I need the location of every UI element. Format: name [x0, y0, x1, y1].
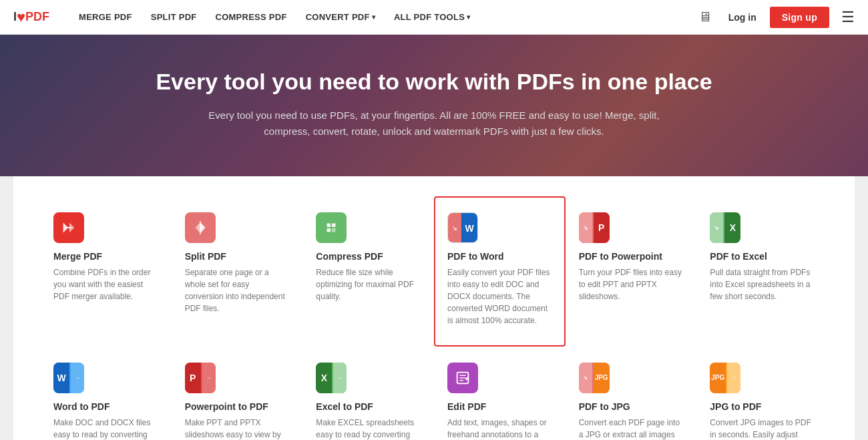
hamburger-icon[interactable]: ☰ [841, 9, 855, 26]
login-button[interactable]: Log in [722, 8, 763, 27]
tool-desc-merge-pdf: Combine PDFs in the order you want with … [53, 266, 158, 302]
hero-description: Every tool you need to use PDFs, at your… [200, 107, 668, 140]
tool-name-pdf-to-excel: PDF to Excel [710, 251, 815, 262]
logo[interactable]: I ♥ PDF [13, 9, 49, 26]
svg-marker-3 [200, 222, 205, 233]
svg-rect-8 [327, 228, 331, 232]
svg-marker-4 [195, 222, 200, 233]
tool-desc-pdf-to-powerpoint: Turn your PDF files into easy to edit PP… [579, 266, 684, 302]
hero-title: Every tool you need to work with PDFs in… [13, 68, 855, 95]
tool-jpg-to-pdf[interactable]: JPG → JPG to PDF Convert JPG images to P… [696, 347, 828, 440]
tool-name-pdf-to-powerpoint: PDF to Powerpoint [579, 251, 684, 262]
tool-name-powerpoint-to-pdf: Powerpoint to PDF [185, 401, 290, 412]
svg-rect-2 [67, 227, 71, 228]
nav-right: 🖥 Log in Sign up ☰ [698, 7, 855, 28]
nav-merge-pdf[interactable]: MERGE PDF [69, 0, 142, 35]
tool-name-compress-pdf: Compress PDF [316, 251, 421, 262]
tool-name-split-pdf: Split PDF [185, 251, 290, 262]
svg-rect-7 [332, 223, 336, 227]
nav-split-pdf[interactable]: SPLIT PDF [142, 0, 206, 35]
tool-pdf-to-jpg[interactable]: ↘ JPG PDF to JPG Convert each PDF page i… [566, 347, 697, 440]
tool-name-word-to-pdf: Word to PDF [53, 401, 158, 412]
monitor-icon: 🖥 [698, 9, 712, 25]
all-tools-arrow: ▾ [467, 13, 470, 21]
convert-pdf-arrow: ▾ [372, 13, 375, 21]
tool-icon-powerpoint-to-pdf: P → [185, 363, 216, 393]
logo-heart: ♥ [17, 9, 25, 26]
tool-name-pdf-to-jpg: PDF to JPG [579, 401, 684, 412]
tool-icon-merge-pdf [53, 212, 84, 243]
tools-grid: Merge PDF Combine PDFs in the order you … [40, 196, 828, 440]
tool-icon-edit-pdf [447, 363, 478, 393]
tool-icon-pdf-to-word: ↘ W [447, 212, 478, 243]
tool-desc-edit-pdf: Add text, images, shapes or freehand ann… [447, 417, 552, 440]
tool-desc-jpg-to-pdf: Convert JPG images to PDF in seconds. Ea… [710, 417, 815, 440]
tool-powerpoint-to-pdf[interactable]: P → Powerpoint to PDF Make PPT and PPTX … [172, 347, 303, 440]
tool-desc-pdf-to-jpg: Convert each PDF page into a JPG or extr… [579, 417, 684, 440]
tool-icon-jpg-to-pdf: JPG → [710, 363, 740, 393]
svg-rect-9 [332, 228, 336, 232]
tool-edit-pdf[interactable]: Edit PDF Add text, images, shapes or fre… [434, 347, 566, 440]
svg-marker-0 [63, 222, 68, 232]
tool-desc-compress-pdf: Reduce file size while optimizing for ma… [316, 266, 421, 302]
tool-merge-pdf[interactable]: Merge PDF Combine PDFs in the order you … [40, 196, 172, 347]
tool-desc-split-pdf: Separate one page or a whole set for eas… [185, 266, 290, 314]
tool-pdf-to-word[interactable]: ↘ W PDF to Word Easily convert your PDF … [434, 196, 566, 347]
tool-word-to-pdf[interactable]: W → Word to PDF Make DOC and DOCX files … [40, 347, 172, 440]
nav-convert-pdf[interactable]: CONVERT PDF ▾ [296, 0, 385, 35]
tool-icon-word-to-pdf: W → [53, 363, 84, 393]
tool-name-pdf-to-word: PDF to Word [447, 251, 552, 262]
tool-icon-compress-pdf [316, 212, 347, 243]
tool-desc-excel-to-pdf: Make EXCEL spreadsheets easy to read by … [316, 417, 421, 440]
tool-name-jpg-to-pdf: JPG to PDF [710, 401, 815, 412]
tool-pdf-to-powerpoint[interactable]: ↘ P PDF to Powerpoint Turn your PDF file… [566, 196, 697, 347]
tool-desc-word-to-pdf: Make DOC and DOCX files easy to read by … [53, 417, 158, 440]
tool-icon-excel-to-pdf: X → [316, 363, 347, 393]
nav-links: MERGE PDF SPLIT PDF COMPRESS PDF CONVERT… [69, 0, 698, 35]
tool-desc-powerpoint-to-pdf: Make PPT and PPTX slideshows easy to vie… [185, 417, 290, 440]
nav-compress-pdf[interactable]: COMPRESS PDF [206, 0, 296, 35]
tool-icon-pdf-to-excel: ↘ X [710, 212, 740, 243]
navbar: I ♥ PDF MERGE PDF SPLIT PDF COMPRESS PDF… [0, 0, 868, 35]
tool-desc-pdf-to-word: Easily convert your PDF files into easy … [447, 266, 552, 326]
svg-rect-6 [327, 223, 331, 227]
logo-pdf: PDF [25, 10, 49, 24]
svg-rect-5 [200, 221, 201, 234]
signup-button[interactable]: Sign up [770, 7, 829, 28]
nav-all-pdf-tools[interactable]: ALL PDF TOOLS ▾ [385, 0, 479, 35]
tool-pdf-to-excel[interactable]: ↘ X PDF to Excel Pull data straight from… [696, 196, 828, 347]
page-wrap: Merge PDF Combine PDFs in the order you … [0, 176, 868, 440]
tool-compress-pdf[interactable]: Compress PDF Reduce file size while opti… [302, 196, 434, 347]
tools-container: Merge PDF Combine PDFs in the order you … [13, 176, 855, 440]
tool-split-pdf[interactable]: Split PDF Separate one page or a whole s… [172, 196, 303, 347]
tool-name-merge-pdf: Merge PDF [53, 251, 158, 262]
tool-desc-pdf-to-excel: Pull data straight from PDFs into Excel … [710, 266, 815, 302]
tool-name-excel-to-pdf: Excel to PDF [316, 401, 421, 412]
tool-excel-to-pdf[interactable]: X → Excel to PDF Make EXCEL spreadsheets… [302, 347, 434, 440]
tool-icon-pdf-to-powerpoint: ↘ P [579, 212, 610, 243]
tool-icon-pdf-to-jpg: ↘ JPG [579, 363, 610, 393]
tool-name-edit-pdf: Edit PDF [447, 401, 552, 412]
tool-icon-split-pdf [185, 212, 216, 243]
hero-section: Every tool you need to work with PDFs in… [0, 35, 868, 176]
